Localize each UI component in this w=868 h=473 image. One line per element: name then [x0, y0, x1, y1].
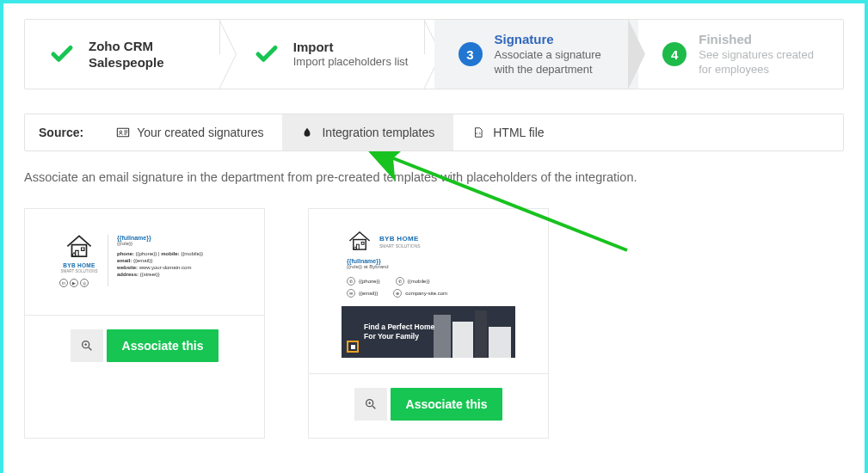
step-zoho-crm[interactable]: Zoho CRM Salespeople [25, 20, 230, 89]
step-title: Import [293, 39, 409, 56]
template-card[interactable]: BYB HOME SMART SOLUTIONS {{fullname}} {{… [308, 208, 549, 439]
step-number-badge: 3 [459, 42, 483, 66]
youtube-icon: ▶ [70, 279, 78, 287]
associate-button[interactable]: Associate this [107, 329, 219, 362]
mail-icon: ✉ [347, 289, 355, 298]
linkedin-icon: in [59, 279, 68, 287]
file-code-icon [472, 126, 486, 139]
globe-icon: ⊕ [393, 289, 402, 298]
svg-line-14 [372, 406, 375, 408]
step-number-badge: 4 [662, 42, 686, 66]
preview-fullname: {{fullname}} [117, 235, 230, 241]
step-import[interactable]: Import Import placeholders list [230, 20, 434, 89]
drop-icon [301, 126, 315, 139]
brand-sub: SMART SOLUTIONS [379, 243, 421, 249]
check-icon [254, 41, 280, 67]
phone-icon: ✆ [347, 277, 355, 286]
step-finished[interactable]: 4 Finished See signatures created for em… [638, 20, 843, 89]
associate-button[interactable]: Associate this [391, 388, 503, 421]
signature-preview: BYB HOME SMART SOLUTIONS {{fullname}} {{… [338, 221, 519, 358]
source-label: Source: [25, 126, 97, 139]
step-title: Zoho CRM Salespeople [89, 38, 214, 71]
magnify-icon [364, 397, 378, 411]
house-logo-icon [65, 233, 94, 259]
brand-name: BYB HOME [59, 262, 99, 268]
tab-html-file[interactable]: HTML file [453, 114, 563, 150]
preview-role: {{role}} [117, 241, 230, 246]
page-frame: Zoho CRM Salespeople Import Import place… [0, 0, 868, 473]
step-title: Finished [699, 31, 828, 48]
template-cards: BYB HOME SMART SOLUTIONS in ▶ ◎ {{fullna… [24, 208, 844, 439]
step-desc: Associate a signature with the departmen… [495, 48, 624, 77]
stepper: Zoho CRM Salespeople Import Import place… [24, 19, 844, 89]
svg-line-8 [89, 347, 91, 350]
instagram-icon: ◎ [80, 279, 89, 287]
id-card-icon [116, 126, 130, 139]
brand-sub: SMART SOLUTIONS [59, 269, 99, 273]
tab-label: HTML file [493, 126, 544, 139]
banner: Find a Perfect Home For Your Family [342, 306, 515, 358]
tab-integration-templates[interactable]: Integration templates [282, 114, 453, 150]
instructions-text: Associate an email signature in the depa… [24, 170, 844, 184]
zoom-button[interactable] [71, 329, 103, 362]
source-tabs: Source: Your created signatures Integrat… [24, 114, 844, 151]
brand-name: BYB HOME [379, 235, 421, 243]
svg-point-1 [120, 131, 122, 133]
magnify-icon [80, 339, 94, 353]
zoom-button[interactable] [354, 388, 387, 421]
mobile-icon: ✆ [396, 277, 404, 286]
step-signature[interactable]: 3 Signature Associate a signature with t… [434, 20, 639, 89]
step-title: Signature [495, 31, 624, 48]
check-icon [49, 41, 75, 67]
building-image [434, 306, 515, 358]
preview-fullname: {{fullname}} [347, 258, 510, 264]
house-logo-icon [347, 230, 372, 252]
svg-point-12 [354, 247, 357, 249]
step-desc: Import placeholders list [293, 55, 409, 70]
template-card[interactable]: BYB HOME SMART SOLUTIONS in ▶ ◎ {{fullna… [24, 208, 265, 439]
preview-role: {{role}} at Bybrand [347, 264, 510, 269]
step-desc: See signatures created for employees [699, 48, 828, 77]
tab-your-signatures[interactable]: Your created signatures [97, 114, 282, 150]
tab-label: Your created signatures [137, 126, 263, 139]
signature-preview: BYB HOME SMART SOLUTIONS in ▶ ◎ {{fullna… [54, 221, 235, 304]
tab-label: Integration templates [322, 126, 434, 139]
banner-badge-icon [347, 341, 359, 353]
